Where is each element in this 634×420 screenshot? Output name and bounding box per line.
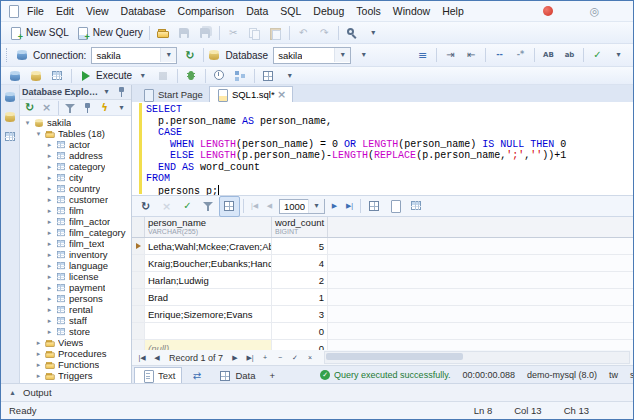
tree-item-film[interactable]: film bbox=[20, 205, 131, 216]
menu-item-window[interactable]: Window bbox=[387, 3, 436, 19]
tree-item-customer[interactable]: customer bbox=[20, 194, 131, 205]
cancel-edit-button[interactable]: × bbox=[303, 354, 317, 361]
connection-combo[interactable]: sakila bbox=[91, 47, 177, 64]
expand-icon[interactable] bbox=[45, 229, 54, 236]
chevron-down-icon[interactable] bbox=[308, 199, 324, 213]
outdent-button[interactable] bbox=[461, 45, 482, 66]
query-profiler-button[interactable] bbox=[209, 65, 230, 86]
table-row[interactable]: (null)0 bbox=[132, 340, 633, 350]
validate-button[interactable] bbox=[587, 45, 608, 66]
chevron-down-icon[interactable] bbox=[334, 48, 350, 62]
menu-item-debug[interactable]: Debug bbox=[307, 3, 350, 19]
table-row[interactable]: Brad1 bbox=[132, 289, 633, 306]
cell-word-count[interactable]: 1 bbox=[272, 289, 328, 305]
table-designer-button[interactable] bbox=[47, 65, 68, 86]
post-edit-button[interactable]: ✓ bbox=[288, 354, 302, 362]
next-page-button[interactable]: ▶ bbox=[327, 202, 342, 210]
sql-editor[interactable]: SELECT p.person_name AS person_name, CAS… bbox=[132, 102, 633, 196]
last-page-button[interactable]: ▶| bbox=[342, 202, 357, 210]
append-record-button[interactable]: + bbox=[258, 354, 272, 361]
cell-person-name[interactable]: Harlan;Ludwig bbox=[145, 272, 272, 288]
menu-item-data[interactable]: Data bbox=[240, 3, 274, 19]
expand-icon[interactable] bbox=[34, 350, 43, 357]
close-icon[interactable] bbox=[277, 88, 287, 102]
last-record-button[interactable]: ▶| bbox=[243, 354, 257, 362]
cell-word-count[interactable]: 4 bbox=[272, 255, 328, 271]
first-record-button[interactable]: |◀ bbox=[135, 354, 149, 362]
cut-button[interactable] bbox=[223, 22, 244, 43]
save-all-button[interactable] bbox=[195, 22, 216, 43]
save-button[interactable] bbox=[174, 22, 195, 43]
indent-button[interactable] bbox=[440, 45, 461, 66]
uncomment-button[interactable] bbox=[510, 45, 531, 66]
tree-item-actor[interactable]: actor bbox=[20, 139, 131, 150]
new-query-button[interactable]: New Query bbox=[72, 22, 146, 43]
tree-item-procedures[interactable]: Procedures bbox=[20, 348, 131, 359]
execute-button[interactable]: Execute bbox=[75, 65, 153, 86]
tree-item-triggers[interactable]: Triggers bbox=[20, 370, 131, 381]
expand-icon[interactable] bbox=[34, 339, 43, 346]
tree-item-country[interactable]: country bbox=[20, 183, 131, 194]
expand-icon[interactable] bbox=[45, 262, 54, 269]
tree-item-payment[interactable]: payment bbox=[20, 282, 131, 293]
cell-person-name[interactable]: Brad bbox=[145, 289, 272, 305]
menu-item-help[interactable]: Help bbox=[436, 3, 470, 19]
tree-item-film-text[interactable]: film_text bbox=[20, 238, 131, 249]
tree-item-persons[interactable]: persons bbox=[20, 293, 131, 304]
toolbar-overflow-button[interactable] bbox=[279, 65, 300, 86]
expand-icon[interactable] bbox=[45, 207, 54, 214]
open-file-button[interactable] bbox=[153, 22, 174, 43]
tree-item-category[interactable]: category bbox=[20, 161, 131, 172]
redo-button[interactable] bbox=[314, 22, 335, 43]
filter-objects-button[interactable] bbox=[62, 100, 79, 115]
pin-icon[interactable] bbox=[114, 85, 129, 99]
horizontal-scrollbar[interactable] bbox=[324, 351, 630, 364]
sql-code[interactable]: SELECT p.person_name AS person_name, CAS… bbox=[142, 102, 633, 195]
prev-record-button[interactable]: ◀ bbox=[150, 354, 164, 362]
tab-sql1[interactable]: SQL1.sql* bbox=[209, 86, 293, 102]
tree-item-rental[interactable]: rental bbox=[20, 304, 131, 315]
column-header-person-name[interactable]: person_nameVARCHAR(255) bbox=[145, 217, 272, 237]
toolbar-overflow-button[interactable] bbox=[363, 22, 384, 43]
tree-item-film-actor[interactable]: film_actor bbox=[20, 216, 131, 227]
table-row[interactable]: 0 bbox=[132, 323, 633, 340]
cell-word-count[interactable]: 3 bbox=[272, 306, 328, 322]
debug-button[interactable] bbox=[181, 65, 202, 86]
cell-word-count[interactable]: 0 bbox=[272, 323, 328, 339]
delete-record-button[interactable]: − bbox=[273, 354, 287, 361]
cell-person-name[interactable]: Enrique;Sizemore;Evans bbox=[145, 306, 272, 322]
chevron-down-icon[interactable] bbox=[135, 69, 150, 83]
collapse-icon[interactable] bbox=[23, 119, 32, 126]
lowercase-button[interactable] bbox=[559, 45, 580, 66]
find-button[interactable] bbox=[342, 22, 363, 43]
table-row[interactable]: Harlan;Ludwig2 bbox=[132, 272, 633, 289]
tree-item-sakila[interactable]: sakila bbox=[20, 117, 131, 128]
undo-button[interactable] bbox=[293, 22, 314, 43]
output-panel-bar[interactable]: Output bbox=[1, 383, 633, 402]
table-row[interactable]: Enrique;Sizemore;Evans3 bbox=[132, 306, 633, 323]
rail-database-button[interactable] bbox=[2, 108, 19, 125]
tab-swap[interactable] bbox=[182, 367, 211, 383]
expand-icon[interactable] bbox=[45, 317, 54, 324]
tree-item-staff[interactable]: staff bbox=[20, 315, 131, 326]
menu-item-comparison[interactable]: Comparison bbox=[172, 3, 241, 19]
cell-person-name[interactable]: Letha;Wahl;Mckee;Craven;Abney bbox=[145, 238, 272, 254]
rail-schema-button[interactable] bbox=[2, 128, 19, 145]
explorer-overflow-button[interactable] bbox=[113, 100, 130, 115]
stop-button[interactable] bbox=[153, 65, 174, 86]
menu-item-database[interactable]: Database bbox=[115, 3, 172, 19]
filter-data-button[interactable] bbox=[198, 196, 219, 217]
expand-icon[interactable] bbox=[45, 284, 54, 291]
tab-text[interactable]: Text bbox=[134, 367, 182, 383]
expand-icon[interactable] bbox=[45, 141, 54, 148]
menu-item-view[interactable]: View bbox=[80, 3, 115, 19]
expand-icon[interactable] bbox=[45, 240, 54, 247]
chevron-down-icon[interactable] bbox=[160, 48, 176, 62]
menu-item-sql[interactable]: SQL bbox=[274, 3, 307, 19]
expand-icon[interactable] bbox=[45, 218, 54, 225]
tree-item-city[interactable]: city bbox=[20, 172, 131, 183]
tree-item-address[interactable]: address bbox=[20, 150, 131, 161]
expand-icon[interactable] bbox=[45, 185, 54, 192]
collapse-icon[interactable] bbox=[34, 130, 43, 137]
uppercase-button[interactable] bbox=[538, 45, 559, 66]
